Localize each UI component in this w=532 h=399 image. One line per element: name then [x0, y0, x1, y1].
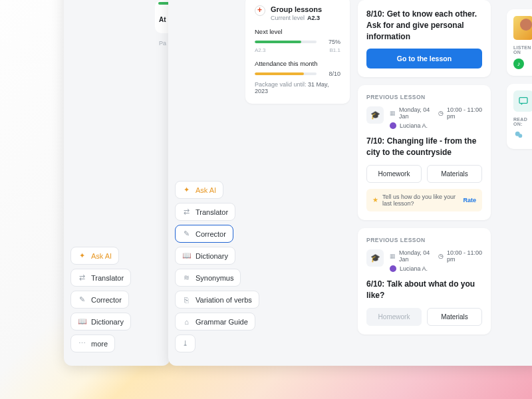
- progress-title: Group lessons: [271, 5, 322, 13]
- side-column: LISTEN ON ♪ READ ON:: [507, 9, 532, 149]
- variation-icon: ⎘: [182, 295, 191, 304]
- listen-label: LISTEN ON: [513, 45, 532, 55]
- wechat-icon[interactable]: [513, 130, 524, 140]
- tool-translator[interactable]: ⇄Translator: [70, 269, 131, 287]
- teacher-name: Luciana A.: [400, 122, 428, 129]
- svg-point-2: [518, 134, 522, 138]
- package-footer: Package valid until: 31 May, 2023: [255, 81, 340, 94]
- podcast-thumbnail[interactable]: [513, 16, 532, 40]
- homework-button-disabled: Homework: [366, 308, 422, 326]
- next-level-bar: 75%: [255, 39, 340, 45]
- more-icon: ⋯: [78, 339, 86, 348]
- tool-download[interactable]: ⤓: [175, 334, 196, 352]
- attendance-bar: 8/10: [255, 70, 340, 77]
- spotify-icon[interactable]: ♪: [513, 59, 524, 69]
- corrector-icon: ✎: [182, 229, 191, 238]
- rate-link[interactable]: Rate: [463, 197, 476, 203]
- tool-dictionary[interactable]: 📖Dictionary: [175, 247, 235, 265]
- ask-ai-icon: ✦: [182, 186, 191, 194]
- prev-lesson-card-1: PREVIOUS LESSON 🎓 ▦Monday, 04 Jan Lucian…: [358, 85, 491, 220]
- stub-attendance: At: [159, 16, 166, 23]
- tool-dictionary[interactable]: 📖Dictionary: [70, 313, 131, 331]
- avatar: [390, 122, 396, 129]
- tool-more[interactable]: ⋯more: [70, 334, 115, 352]
- homework-button[interactable]: Homework: [366, 165, 422, 183]
- calendar-icon: ▦: [390, 253, 396, 259]
- section-label: PREVIOUS LESSON: [366, 94, 482, 100]
- tool-corrector[interactable]: ✎Corrector: [70, 291, 129, 309]
- section-label: PREVIOUS LESSON: [366, 237, 482, 243]
- lesson-date: Monday, 04 Jan: [399, 249, 432, 263]
- read-label: READ ON:: [513, 117, 532, 126]
- lesson-time: 10:00 - 11:00 pm: [447, 249, 482, 263]
- corrector-icon: ✎: [78, 295, 86, 304]
- panel-small: ✦Ask AI⇄Translator✎Corrector📖Dictionary⋯…: [64, 0, 170, 366]
- svg-rect-0: [519, 98, 527, 104]
- dictionary-icon: 📖: [182, 251, 191, 260]
- progress-card: Group lessons Current levelA2.3 Next lev…: [245, 0, 350, 104]
- toolset-large: ✦Ask AI⇄Translator✎Corrector📖Dictionary≋…: [168, 174, 266, 359]
- materials-button[interactable]: Materials: [427, 308, 482, 326]
- tool-synonymus[interactable]: ≋Synonymus: [175, 269, 241, 287]
- materials-button[interactable]: Materials: [427, 165, 482, 183]
- tool-translator[interactable]: ⇄Translator: [175, 203, 235, 221]
- grammar-icon: ⌂: [182, 317, 191, 326]
- attendance-label: Attendance this month: [255, 60, 340, 67]
- lesson-time: 10:00 - 11:00 pm: [447, 106, 482, 120]
- translator-icon: ⇄: [182, 207, 191, 216]
- flag-icon: [255, 5, 265, 16]
- prev-lesson-card-2: PREVIOUS LESSON 🎓 ▦Monday, 04 Jan Lucian…: [358, 228, 491, 334]
- stub-package: Pa: [159, 40, 166, 47]
- star-icon: ★: [372, 196, 378, 203]
- next-level-label: Next level: [255, 28, 340, 35]
- lesson-date: Monday, 04 Jan: [399, 106, 432, 120]
- clock-icon: ◷: [438, 110, 444, 116]
- dictionary-icon: 📖: [78, 317, 86, 326]
- toolset-small: ✦Ask AI⇄Translator✎Corrector📖Dictionary⋯…: [64, 240, 138, 359]
- lesson-icon: 🎓: [366, 249, 384, 267]
- next-lesson-card: 8/10: Get to know each other. Ask for an…: [358, 0, 491, 77]
- tool-grammar[interactable]: ⌂Grammar Guide: [175, 313, 255, 331]
- progress-current: Current levelA2.3: [271, 15, 322, 21]
- teacher-name: Luciana A.: [400, 265, 428, 272]
- calendar-icon: ▦: [390, 110, 396, 116]
- rate-bar: ★ Tell us how do you like your last less…: [366, 189, 482, 211]
- read-card: READ ON:: [507, 84, 532, 149]
- tool-corrector[interactable]: ✎Corrector: [175, 225, 233, 243]
- ask-ai-icon: ✦: [78, 251, 86, 260]
- clock-icon: ◷: [438, 253, 444, 259]
- lesson-column: 8/10: Get to know each other. Ask for an…: [358, 0, 491, 334]
- synonymus-icon: ≋: [182, 273, 191, 282]
- prev-lesson-title: 6/10: Talk about what do you like?: [366, 279, 482, 301]
- rate-prompt: Tell us how do you like your last lesson…: [382, 194, 459, 207]
- tool-ask-ai[interactable]: ✦Ask AI: [175, 181, 223, 199]
- download-icon: ⤓: [181, 339, 190, 348]
- listen-card: LISTEN ON ♪: [507, 9, 532, 76]
- prev-lesson-title: 7/10: Changing life - from the city to t…: [366, 136, 482, 158]
- tool-variation[interactable]: ⎘Variation of verbs: [175, 291, 259, 309]
- next-lesson-title: 8/10: Get to know each other. Ask for an…: [366, 9, 482, 42]
- level-ticks: A2.3B1.1: [255, 47, 340, 53]
- lesson-icon: 🎓: [366, 106, 384, 124]
- translator-icon: ⇄: [78, 273, 86, 282]
- go-to-lesson-button[interactable]: Go to the lesson: [366, 49, 482, 68]
- chat-icon[interactable]: [513, 90, 532, 112]
- tool-ask-ai[interactable]: ✦Ask AI: [70, 247, 119, 265]
- avatar: [390, 265, 396, 272]
